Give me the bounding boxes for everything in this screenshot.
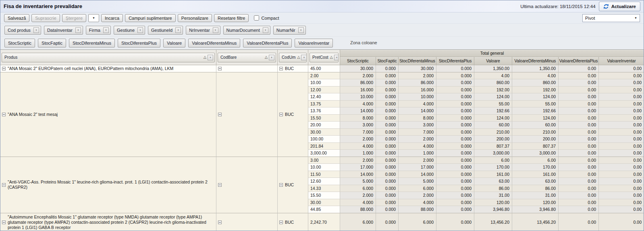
- collapse-codum-icon[interactable]: [279, 67, 283, 70]
- pivot-field-produs[interactable]: Produs△▼: [2, 53, 215, 62]
- value-cell: 4.000: [399, 143, 436, 150]
- filter-field-numardocument[interactable]: NumarDocument▼: [223, 26, 270, 35]
- filter-field-cod-produs[interactable]: Cod produs▼: [4, 26, 41, 35]
- refresh-icon: [603, 4, 609, 9]
- value-cell: 0.000: [436, 164, 474, 171]
- value-cell: 17.000: [340, 164, 376, 171]
- measure-field-valoareinventar[interactable]: ValoareInventar: [295, 39, 333, 47]
- value-cell: 0.000: [376, 199, 399, 206]
- column-header-valoare[interactable]: Valoare: [474, 57, 512, 65]
- compact-checkbox[interactable]: [254, 15, 259, 21]
- measure-field-valoarediferentaplus[interactable]: ValoareDiferentaPlus: [243, 39, 292, 47]
- filter-dropdown-icon[interactable]: ▼: [334, 55, 339, 60]
- collapse-codbare-icon[interactable]: [218, 67, 222, 70]
- reset-filters-button[interactable]: Resetare filtre: [214, 14, 249, 22]
- filter-dropdown-icon[interactable]: ▼: [213, 27, 218, 33]
- value-cell: 0.00: [599, 206, 644, 213]
- measure-field-stocscriptic[interactable]: StocScriptic: [4, 39, 35, 47]
- field-label: ValoareInventar: [298, 41, 329, 45]
- filter-field-firma[interactable]: Firma▼: [86, 26, 111, 35]
- collapse-codum-icon[interactable]: [279, 183, 283, 187]
- view-selector[interactable]: Pivot ▼: [582, 14, 640, 22]
- refresh-label: Actualizare: [611, 4, 636, 9]
- value-cell: 10.000: [340, 93, 376, 101]
- value-cell: 0.00: [599, 143, 644, 150]
- filter-dropdown-icon[interactable]: ▼: [263, 27, 268, 33]
- pivot-field-codbare[interactable]: CodBare△▼: [218, 53, 276, 62]
- sort-ascending-icon[interactable]: △: [265, 56, 268, 59]
- sort-ascending-icon[interactable]: △: [297, 56, 300, 59]
- filter-dropdown-icon[interactable]: ▼: [137, 27, 143, 33]
- value-cell: 4.000: [340, 199, 376, 206]
- filter-dropdown-icon[interactable]: ▼: [208, 55, 213, 60]
- value-cell: 0.00: [599, 150, 644, 157]
- collapse-codum-icon[interactable]: [279, 113, 283, 116]
- filter-field-nrinventar[interactable]: NrInventar▼: [186, 26, 220, 35]
- value-cell: 200.00: [512, 136, 559, 143]
- refresh-button[interactable]: Actualizare: [599, 2, 640, 11]
- extra-fields-button[interactable]: Campuri suplimentare: [125, 14, 176, 22]
- measure-field-valoare[interactable]: Valoare: [163, 39, 185, 47]
- collapse-codum-icon[interactable]: [279, 221, 283, 224]
- value-cell: 210.00: [512, 129, 559, 136]
- filter-dropdown-icon[interactable]: ▼: [298, 27, 304, 33]
- save-options-dropdown[interactable]: ▼: [88, 14, 99, 22]
- value-cell: 63.00: [512, 178, 559, 185]
- value-cell: 2.000: [340, 157, 376, 164]
- filter-field-gestiune[interactable]: Gestiune▼: [114, 26, 145, 35]
- measure-field-stocfaptic[interactable]: StocFaptic: [38, 39, 66, 47]
- sort-ascending-icon[interactable]: △: [330, 56, 333, 59]
- value-cell: 8.000: [399, 115, 436, 122]
- value-cell: 0.000: [436, 199, 474, 206]
- measure-field-valoarediferentaminus[interactable]: ValoareDiferentaMinus: [188, 39, 240, 47]
- value-cell: 0.00: [559, 171, 599, 178]
- value-cell: 0.00: [599, 79, 644, 87]
- column-header-stocdiferentaminus[interactable]: StocDiferentaMinus: [399, 57, 436, 65]
- collapse-group-icon[interactable]: [2, 183, 6, 187]
- save-button[interactable]: Salvează: [4, 14, 29, 22]
- filter-dropdown-icon[interactable]: ▼: [33, 27, 39, 33]
- measure-field-stocdiferentaminus[interactable]: StocDiferentaMinus: [69, 39, 115, 47]
- value-cell: 0.00: [599, 199, 644, 206]
- measure-field-stocdiferentaplus[interactable]: StocDiferentaPlus: [118, 39, 160, 47]
- value-cell: 6.00: [512, 157, 559, 164]
- value-cell: 0.000: [436, 115, 474, 122]
- field-label: NumarNir: [276, 28, 295, 33]
- sort-ascending-icon[interactable]: △: [204, 56, 206, 59]
- value-cell: 0.000: [376, 79, 399, 87]
- personalize-button[interactable]: Personalizare: [178, 14, 212, 22]
- pivot-field-codum[interactable]: CodUm△▼: [279, 53, 307, 62]
- column-header-stocfaptic[interactable]: StocFaptic: [376, 57, 399, 65]
- value-cell: 0.000: [436, 185, 474, 192]
- collapse-codbare-icon[interactable]: [218, 183, 222, 187]
- compact-toggle[interactable]: Compact: [254, 15, 279, 21]
- collapse-codbare-icon[interactable]: [218, 221, 222, 224]
- value-cell: 0.000: [376, 65, 399, 72]
- column-header-stocscriptic[interactable]: StocScriptic: [340, 57, 376, 65]
- value-cell: 3.000: [340, 122, 376, 129]
- filter-dropdown-icon[interactable]: ▼: [269, 55, 274, 60]
- column-header-stocdiferentaplus[interactable]: StocDiferentaPlus: [436, 57, 474, 65]
- value-cell: 10.000: [399, 93, 436, 101]
- filter-field-numarnir[interactable]: NumarNir▼: [273, 26, 306, 35]
- collapse-group-icon[interactable]: [2, 221, 6, 224]
- load-button[interactable]: Incarca: [101, 14, 123, 22]
- codbare-group-cell: [216, 213, 278, 231]
- value-cell: 0.00: [599, 136, 644, 143]
- filter-dropdown-icon[interactable]: ▼: [103, 27, 109, 33]
- column-header-valoarediferentaminus[interactable]: ValoareDiferentaMinus: [512, 57, 559, 65]
- filter-field-datainventar[interactable]: DataInventar▼: [44, 26, 83, 35]
- column-header-valoareinventar[interactable]: ValoareInventar: [599, 57, 644, 65]
- filter-field-gestiuneid[interactable]: GestiuneId▼: [148, 26, 183, 35]
- collapse-group-icon[interactable]: [2, 67, 6, 70]
- collapse-codbare-icon[interactable]: [218, 113, 222, 116]
- value-cell: 6.000: [399, 213, 436, 231]
- value-cell: 4.00: [512, 72, 559, 80]
- pivot-field-pretcost[interactable]: PretCost△▼: [310, 53, 339, 62]
- filter-dropdown-icon[interactable]: ▼: [175, 27, 181, 33]
- column-header-valoarediferentaplus[interactable]: ValoareDiferentaPlus: [559, 57, 599, 65]
- collapse-group-icon[interactable]: [2, 113, 6, 116]
- value-cell: 0.00: [559, 79, 599, 87]
- filter-dropdown-icon[interactable]: ▼: [75, 27, 81, 33]
- filter-dropdown-icon[interactable]: ▼: [301, 55, 307, 60]
